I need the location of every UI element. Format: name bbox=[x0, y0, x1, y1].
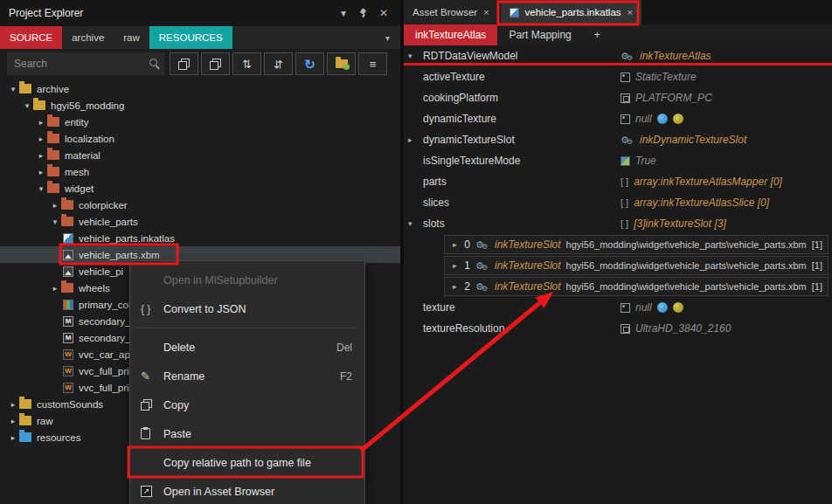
panel-dropdown-icon[interactable]: ▾ bbox=[336, 7, 351, 19]
chevron-right-icon[interactable]: ▸ bbox=[450, 282, 459, 291]
refresh-button[interactable]: ↻ bbox=[295, 52, 324, 75]
tree-item-localization[interactable]: ▸localization bbox=[0, 130, 400, 147]
collapse-all-icon: ⇅ bbox=[274, 59, 283, 70]
prop-value-text: [3]inkTextureSlot [3] bbox=[634, 217, 726, 230]
list-menu-icon: ≡ bbox=[370, 59, 377, 70]
prop-row-textureresolution[interactable]: textureResolutionUltraHD_3840_2160 bbox=[404, 318, 832, 339]
tree-item-vehicle-parts[interactable]: ▾vehicle_parts bbox=[0, 213, 400, 230]
chevron-down-icon[interactable]: ▾ bbox=[408, 213, 419, 234]
menu-item-delete[interactable]: DeleteDel bbox=[130, 333, 364, 362]
tree-item-label: resources bbox=[37, 432, 81, 443]
tab-archive[interactable]: archive bbox=[62, 26, 114, 49]
chevron-right-icon[interactable]: ▸ bbox=[7, 433, 19, 442]
chevron-right-icon[interactable]: ▸ bbox=[49, 284, 61, 293]
open-folder-button[interactable] bbox=[327, 52, 356, 75]
close-icon[interactable]: ✕ bbox=[376, 7, 392, 19]
slot-box[interactable]: ▸1inkTextureSlothgyi56_modding\widget\ve… bbox=[444, 256, 829, 275]
menu-icon-col: ✎ bbox=[141, 369, 163, 383]
tabs-overflow-icon[interactable]: ▾ bbox=[375, 26, 400, 49]
chevron-right-icon[interactable]: ▸ bbox=[7, 400, 19, 409]
paste-icon bbox=[141, 428, 150, 439]
menu-item-rename[interactable]: ✎RenameF2 bbox=[130, 362, 364, 390]
prop-row-parts[interactable]: partsarray:inkTextureAtlasMapper [0] bbox=[404, 171, 832, 192]
tab-close-icon[interactable]: × bbox=[627, 7, 633, 17]
chevron-right-icon[interactable]: ▸ bbox=[450, 240, 459, 249]
tree-item-vehicle-parts-inkatlas[interactable]: vehicle_parts.inkatlas bbox=[0, 230, 400, 246]
folder-red-icon bbox=[47, 150, 59, 160]
tree-item-material[interactable]: ▸material bbox=[0, 147, 400, 163]
document-tab-asset-browser[interactable]: Asset Browser× bbox=[404, 0, 498, 24]
prop-name: activeTexture bbox=[423, 71, 621, 83]
chevron-down-icon[interactable]: ▾ bbox=[21, 101, 33, 110]
chevron-right-icon[interactable]: ▸ bbox=[450, 261, 459, 270]
folder-red-icon bbox=[47, 117, 59, 127]
tree-item-label: hgyi56_modding bbox=[51, 100, 124, 111]
chevron-down-icon[interactable]: ▾ bbox=[35, 184, 47, 193]
tree-item-entity[interactable]: ▸entity bbox=[0, 114, 400, 130]
document-tab-vehicle-parts-inkatlas[interactable]: vehicle_parts.inkatlas× bbox=[501, 0, 641, 24]
copy-stack-button[interactable] bbox=[201, 52, 230, 75]
document-tabbar: Asset Browser×vehicle_parts.inkatlas× bbox=[404, 0, 832, 24]
subtab--[interactable]: + bbox=[583, 24, 612, 45]
menu-icon-col bbox=[141, 486, 163, 497]
tree-item-colorpicker[interactable]: ▸colorpicker bbox=[0, 197, 400, 213]
slot-path: hgyi56_modding\widget\vehicle_parts\vehi… bbox=[566, 260, 807, 271]
tree-item-mesh[interactable]: ▸mesh bbox=[0, 163, 400, 180]
tree-item-archive[interactable]: ▾archive bbox=[0, 80, 400, 97]
prop-row-dynamictextureslot[interactable]: ▸dynamicTextureSlotinkDynamicTextureSlot bbox=[404, 129, 832, 150]
chevron-right-icon[interactable]: ▸ bbox=[35, 118, 47, 127]
menu-item-copy[interactable]: Copy bbox=[130, 390, 364, 419]
brackets-icon bbox=[621, 197, 628, 208]
search-box[interactable] bbox=[7, 52, 164, 75]
slot-row-2[interactable]: ▸2inkTextureSlothgyi56_modding\widget\ve… bbox=[404, 276, 832, 297]
chevron-right-icon[interactable]: ▸ bbox=[35, 135, 47, 143]
subtab-part-mapping[interactable]: Part Mapping bbox=[497, 24, 582, 45]
blue-dot-icon bbox=[657, 114, 668, 124]
prop-row-dynamictexture[interactable]: dynamicTexturenull bbox=[404, 108, 832, 129]
folder-yellow-icon bbox=[33, 100, 45, 110]
menu-item-convert-to-json[interactable]: { }Convert to JSON bbox=[130, 294, 364, 323]
prop-row-cookingplatform[interactable]: cookingPlatformPLATFORM_PC bbox=[404, 87, 832, 108]
menu-item-paste[interactable]: Paste bbox=[130, 419, 364, 448]
prop-value-text: UltraHD_3840_2160 bbox=[635, 322, 731, 335]
subtab-inktextureatlas[interactable]: inkTextureAtlas bbox=[404, 24, 497, 45]
collapse-all-button[interactable]: ⇅ bbox=[264, 52, 293, 75]
prop-name: dynamicTexture bbox=[423, 113, 621, 125]
slot-box[interactable]: ▸2inkTextureSlothgyi56_modding\widget\ve… bbox=[444, 277, 829, 296]
chevron-right-icon[interactable]: ▸ bbox=[408, 129, 419, 150]
pin-icon[interactable] bbox=[358, 8, 369, 18]
tree-item-widget[interactable]: ▾widget bbox=[0, 180, 400, 197]
prop-row-slices[interactable]: slicesarray:inkTextureAtlasSlice [0] bbox=[404, 192, 832, 213]
chevron-right-icon[interactable]: ▸ bbox=[7, 417, 19, 425]
prop-value: PLATFORM_PC bbox=[621, 92, 712, 104]
prop-row-activetexture[interactable]: activeTextureStaticTexture bbox=[404, 66, 832, 87]
list-menu-button[interactable]: ≡ bbox=[358, 52, 387, 75]
slot-row-1[interactable]: ▸1inkTextureSlothgyi56_modding\widget\ve… bbox=[404, 255, 832, 276]
slot-box[interactable]: ▸0inkTextureSlothgyi56_modding\widget\ve… bbox=[444, 235, 829, 254]
duplicate-button[interactable] bbox=[170, 52, 198, 75]
prop-row-rdtdataviewmodel[interactable]: ▾RDTDataViewModelinkTextureAtlas bbox=[404, 45, 832, 66]
chevron-down-icon[interactable]: ▾ bbox=[408, 45, 419, 66]
menu-item-open-in-asset-browser[interactable]: Open in Asset Browser bbox=[130, 477, 364, 504]
prop-row-slots[interactable]: ▾slots[3]inkTextureSlot [3] bbox=[404, 213, 832, 234]
tab-resources[interactable]: RESOURCES bbox=[149, 26, 232, 49]
chevron-right-icon[interactable]: ▸ bbox=[49, 201, 61, 210]
chevron-down-icon[interactable]: ▾ bbox=[49, 217, 61, 226]
menu-shortcut: F2 bbox=[340, 370, 352, 383]
prop-row-issingletexturemode[interactable]: isSingleTextureModeTrue bbox=[404, 150, 832, 171]
chevron-right-icon[interactable]: ▸ bbox=[35, 151, 47, 160]
tab-close-icon[interactable]: × bbox=[483, 7, 489, 17]
menu-item-copy-relative-path-to-game-file[interactable]: Copy relative path to game file bbox=[130, 448, 364, 477]
chevron-down-icon[interactable]: ▾ bbox=[7, 85, 19, 93]
expand-all-button[interactable]: ⇅ bbox=[232, 52, 261, 75]
slot-type: inkTextureSlot bbox=[495, 238, 561, 251]
search-input[interactable] bbox=[14, 58, 149, 70]
tab-source[interactable]: SOURCE bbox=[0, 26, 62, 49]
tree-item-hgyi56-modding[interactable]: ▾hgyi56_modding bbox=[0, 97, 400, 114]
slot-row-0[interactable]: ▸0inkTextureSlothgyi56_modding\widget\ve… bbox=[404, 234, 832, 255]
file-m-icon bbox=[63, 316, 73, 327]
chevron-right-icon[interactable]: ▸ bbox=[35, 168, 47, 176]
prop-row-texture[interactable]: texturenull bbox=[404, 297, 832, 318]
prop-value-text: inkDynamicTextureSlot bbox=[640, 134, 746, 146]
tab-raw[interactable]: raw bbox=[114, 26, 149, 49]
